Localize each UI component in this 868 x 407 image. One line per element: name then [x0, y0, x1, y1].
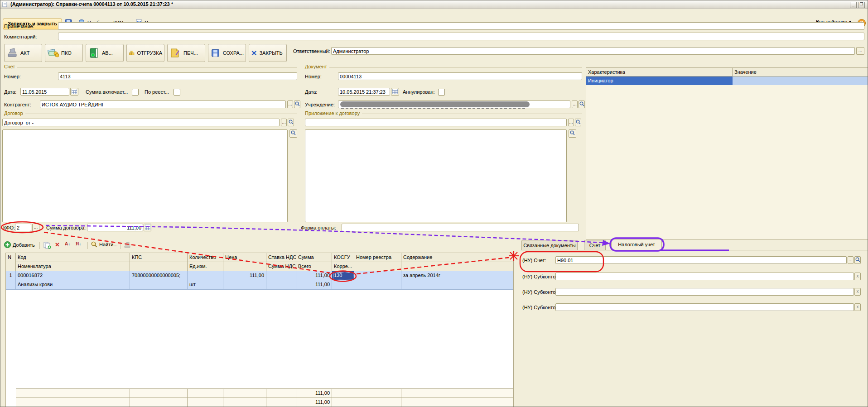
cell-quantity[interactable]	[188, 271, 223, 280]
col-quantity[interactable]: Количество	[188, 253, 223, 262]
annex-text-area[interactable]	[305, 129, 567, 222]
otgruzka-button[interactable]: ОТГРУЗКА	[126, 44, 164, 62]
col-content[interactable]: Содержание	[401, 253, 513, 262]
kfo-input[interactable]	[15, 224, 31, 231]
annex-lookup-button[interactable]	[575, 119, 581, 126]
cell-content[interactable]: за апрель 2014г	[401, 271, 513, 280]
col-sum[interactable]: Сумма	[296, 253, 332, 262]
annex-input[interactable]	[305, 119, 567, 126]
table-extra-button[interactable]	[124, 242, 131, 250]
minimize-button[interactable]: _	[850, 2, 857, 8]
col-price[interactable]: Цена	[223, 253, 266, 262]
cell-n[interactable]: 1	[6, 271, 16, 289]
table-delete-button[interactable]: ✕	[55, 241, 60, 248]
cell-vat-rate[interactable]	[266, 271, 296, 280]
comment-input[interactable]	[58, 33, 864, 40]
cell-corr[interactable]	[332, 280, 354, 289]
subconto3-input[interactable]	[555, 303, 854, 311]
cell-blank[interactable]	[354, 280, 401, 289]
cell-sum[interactable]: 111,00	[296, 271, 332, 280]
subconto2-input[interactable]	[555, 288, 854, 296]
contractor-input[interactable]	[40, 101, 286, 108]
contract-text-lookup-button[interactable]	[289, 129, 297, 138]
initiator-value-cell[interactable]	[733, 77, 868, 85]
institution-select-button[interactable]: ...	[572, 101, 578, 108]
restore-button[interactable]: ❐	[858, 2, 865, 8]
value-column-header[interactable]: Значение	[733, 68, 868, 77]
invoice-date-calendar-button[interactable]	[70, 88, 78, 96]
kfo-select-button[interactable]: ...	[32, 224, 39, 231]
contractor-select-button[interactable]: ...	[287, 101, 293, 108]
table-copy-button[interactable]	[43, 242, 51, 251]
cell-unit[interactable]: шт	[188, 280, 223, 289]
annex-select-button[interactable]: ...	[568, 119, 574, 126]
pko-button[interactable]: ПКО	[45, 44, 83, 62]
cell-total[interactable]: 111,00	[296, 280, 332, 289]
contractor-lookup-button[interactable]	[294, 101, 300, 108]
table-row[interactable]: 1 000016872 Анализы крови 70800000000000…	[6, 271, 513, 290]
av-button[interactable]: АВ...	[86, 44, 124, 62]
initiator-row-cell[interactable]: Инициатор	[586, 77, 733, 85]
document-date-input[interactable]	[338, 88, 390, 96]
table-sort-desc-button[interactable]: Я↓	[76, 241, 81, 246]
cell-kosgu-selected[interactable]: 130	[332, 271, 354, 280]
cell-blank[interactable]	[401, 280, 513, 289]
subconto1-clear-button[interactable]: x	[854, 273, 861, 280]
subconto1-input[interactable]	[555, 273, 854, 280]
subconto2-clear-button[interactable]: x	[854, 288, 861, 296]
responsible-select-button[interactable]: ...	[856, 47, 864, 55]
col-kps[interactable]: КПС	[130, 253, 188, 262]
table-find-button[interactable]: Найти...	[91, 241, 118, 248]
invoice-number-input[interactable]	[58, 72, 297, 80]
col-kosgu[interactable]: КОСГУ	[332, 253, 354, 262]
annulled-checkbox[interactable]	[438, 89, 445, 96]
cell-price[interactable]: 111,00	[223, 271, 266, 280]
by-register-checkbox[interactable]	[174, 89, 180, 96]
cell-code[interactable]: 000016872	[16, 271, 130, 280]
document-date-calendar-button[interactable]	[391, 88, 399, 96]
contract-text-area[interactable]	[2, 129, 288, 222]
cell-nomenclature[interactable]: Анализы крови	[16, 280, 130, 289]
sohra-button[interactable]: СОХРА...	[208, 44, 246, 62]
tab-account[interactable]: Счет	[584, 240, 606, 250]
cell-blank[interactable]	[130, 280, 188, 289]
cell-vat-sum[interactable]	[266, 280, 296, 289]
col-vat-sum[interactable]: Сумма НДС	[266, 262, 296, 271]
tax-account-input[interactable]	[555, 256, 847, 264]
cell-register-number[interactable]	[354, 271, 401, 280]
tab-tax-accounting[interactable]: Налоговый учет	[611, 239, 662, 250]
annex-text-lookup-button[interactable]	[569, 129, 576, 138]
zakryt-button[interactable]: ✕ ЗАКРЫТЬ	[249, 44, 287, 62]
col-vat-rate[interactable]: Ставка НДС	[266, 253, 296, 262]
tax-account-lookup-button[interactable]	[854, 256, 861, 264]
col-nomenclature[interactable]: Номенклатура	[16, 262, 130, 271]
pech-button[interactable]: ПЕЧ...	[167, 44, 205, 62]
contract-lookup-button[interactable]	[288, 119, 294, 126]
tab-linked-documents[interactable]: Связанные документы	[521, 240, 578, 250]
cell-kps[interactable]: 70800000000000005;	[130, 271, 188, 280]
col-unit[interactable]: Ед.изм.	[188, 262, 223, 271]
invoice-date-input[interactable]	[20, 88, 69, 96]
col-code[interactable]: Код	[16, 253, 130, 262]
characteristic-column-header[interactable]: Характеристика	[586, 68, 733, 77]
document-number-input[interactable]	[338, 72, 582, 80]
contract-select-button[interactable]: ...	[281, 119, 287, 126]
sum-includes-checkbox[interactable]	[132, 89, 139, 96]
tax-account-select-button[interactable]: ...	[848, 256, 854, 264]
col-corr[interactable]: Корре...	[332, 262, 354, 271]
col-total[interactable]: Всего	[296, 262, 332, 271]
contract-sum-calc-button[interactable]	[144, 224, 151, 231]
col-register-number[interactable]: Номер реестра	[354, 253, 401, 262]
contract-sum-input[interactable]	[87, 224, 143, 231]
subconto3-clear-button[interactable]: x	[854, 303, 861, 311]
akt-button[interactable]: АКТ	[4, 44, 42, 62]
note-input[interactable]	[58, 22, 864, 30]
responsible-input[interactable]	[331, 47, 855, 55]
payment-form-input[interactable]	[342, 224, 579, 231]
table-add-button[interactable]: Добавить	[4, 241, 35, 248]
contract-input[interactable]	[2, 119, 280, 126]
cell-blank[interactable]	[223, 280, 266, 289]
table-sort-asc-button[interactable]: А↓	[65, 241, 70, 246]
col-n[interactable]: N	[6, 253, 16, 271]
institution-lookup-button[interactable]	[579, 101, 585, 108]
